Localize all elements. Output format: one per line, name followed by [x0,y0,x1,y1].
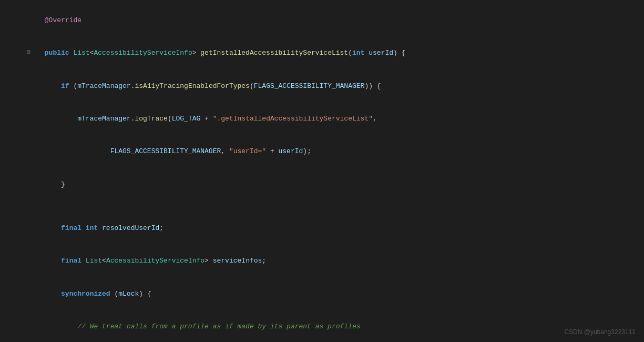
line-method-sig: ⊟ public List<AccessibilityServiceInfo> … [0,37,644,69]
line-if-trace: if (mTraceManager.isA11yTracingEnabledFo… [0,70,644,103]
synchronized-content: synchronized (mLock) { [20,278,640,310]
line-close-if1: } [0,168,644,201]
line-override: @Override [0,4,644,37]
resolved-uid-content: final int resolvedUserId; [20,212,640,245]
line-resolved-uid: final int resolvedUserId; [0,212,644,245]
logtrace-content: mTraceManager.logTrace(LOG_TAG + ".getIn… [20,103,640,135]
annotation-override: @Override [20,4,640,37]
code-block: @Override ⊟ public List<AccessibilitySer… [0,0,644,342]
line-service-infos: final List<AccessibilityServiceInfo> ser… [0,245,644,278]
line-synchronized: synchronized (mLock) { [0,278,644,310]
method-signature: public List<AccessibilityServiceInfo> ge… [20,37,640,69]
line-comment-1: // We treat calls from a profile as if m… [0,310,644,342]
comment-1-content: // We treat calls from a profile as if m… [20,310,640,342]
line-logtrace: mTraceManager.logTrace(LOG_TAG + ".getIn… [0,103,644,135]
if-trace-content: if (mTraceManager.isA11yTracingEnabledFo… [20,70,640,103]
close-brace-1: } [20,168,640,201]
line-flags: FLAGS_ACCESSIBILITY_MANAGER, "userId=" +… [0,136,644,168]
flags-content: FLAGS_ACCESSIBILITY_MANAGER, "userId=" +… [20,136,640,168]
service-infos-content: final List<AccessibilityServiceInfo> ser… [20,245,640,278]
watermark: CSDN @yubang3223111 [564,328,636,336]
line-number-method: ⊟ [4,37,20,67]
line-blank-1 [0,201,644,212]
